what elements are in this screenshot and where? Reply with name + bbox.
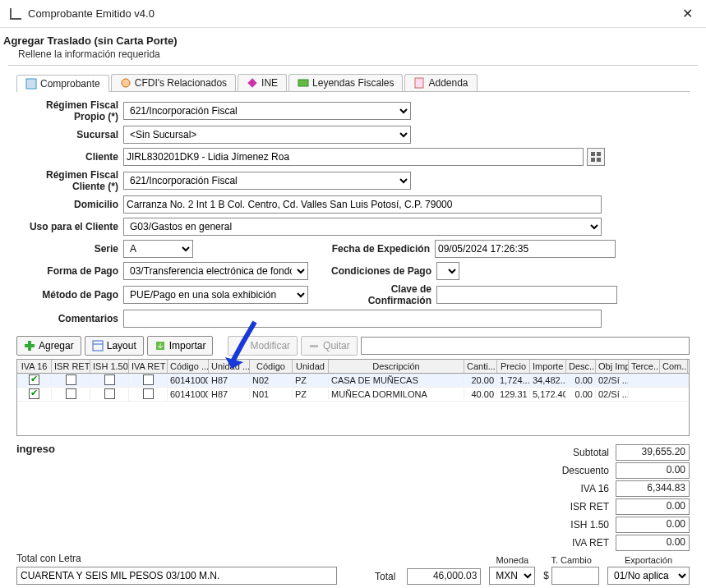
serie-select[interactable]: A	[123, 240, 193, 258]
grid-filter-input[interactable]	[361, 337, 690, 355]
moneda-label: Moneda	[489, 555, 535, 565]
comentarios-label: Comentarios	[16, 313, 123, 324]
metodo-select[interactable]: PUE/Pago en una sola exhibición	[123, 286, 308, 304]
comentarios-input[interactable]	[123, 310, 602, 328]
table-row[interactable]: 60141000H87N01PZMUÑECA DORMILONA40.00129…	[17, 388, 689, 402]
iva16-value: 6,344.83	[616, 480, 690, 497]
tab-comprobante[interactable]: Comprobante	[16, 75, 109, 92]
link-icon	[120, 77, 132, 89]
col-importe[interactable]: Importe	[530, 360, 566, 373]
svg-rect-11	[93, 341, 103, 351]
svg-rect-10	[25, 344, 35, 347]
domicilio-label: Domicilio	[16, 199, 123, 210]
quitar-button: Quitar	[301, 336, 358, 356]
subtotal-label: Subtotal	[533, 447, 616, 458]
col-desc[interactable]: Descripción	[329, 360, 464, 373]
ingreso-label: ingreso	[16, 443, 533, 455]
regimen-propio-select[interactable]: 621/Incorporación Fiscal	[123, 102, 411, 120]
svg-point-1	[122, 79, 130, 87]
isrret-value: 0.00	[616, 498, 690, 515]
table-row[interactable]: 60141000H87N02PZCASA DE MUÑECAS20.001,72…	[17, 374, 689, 388]
form-icon	[25, 78, 37, 90]
subtotal-value: 39,655.20	[616, 444, 690, 461]
forma-label: Forma de Pago	[16, 265, 123, 277]
layout-icon	[92, 340, 104, 351]
col-terc[interactable]: Terce...	[629, 360, 660, 373]
tab-addenda[interactable]: Addenda	[404, 74, 477, 91]
svg-rect-6	[597, 152, 601, 156]
regimen-propio-label: Régimen Fiscal Propio (*)	[16, 99, 123, 122]
col-objimp[interactable]: Obj Imp	[596, 360, 629, 373]
totalletra-input[interactable]	[16, 567, 337, 585]
uso-select[interactable]: G03/Gastos en general	[123, 218, 602, 236]
descuento-label: Descuento	[533, 465, 616, 476]
agregar-button[interactable]: Agregar	[16, 336, 81, 356]
svg-rect-7	[591, 158, 595, 162]
fecha-label: Fecha de Expedición	[215, 243, 435, 255]
cond-label: Condiciones de Pago	[330, 265, 436, 277]
svg-rect-8	[597, 158, 601, 162]
tab-cfdis[interactable]: CFDI's Relacionados	[111, 74, 236, 91]
tab-bar: Comprobante CFDI's Relacionados INE Leye…	[0, 66, 706, 91]
regimen-cliente-select[interactable]: 621/Incorporación Fiscal	[123, 172, 411, 190]
tab-ine[interactable]: INE	[238, 74, 287, 91]
fecha-input[interactable]	[435, 240, 616, 258]
cliente-input[interactable]	[123, 148, 584, 166]
page-hint: Rellene la información requerida	[0, 48, 706, 65]
export-select[interactable]: 01/No aplica	[607, 567, 690, 585]
importar-button[interactable]: Importar	[147, 336, 214, 356]
ish-label: ISH 1.50	[533, 519, 616, 531]
col-ish[interactable]: ISH 1.50	[90, 360, 129, 373]
svg-rect-14	[310, 345, 318, 347]
layout-button[interactable]: Layout	[85, 336, 144, 356]
close-icon[interactable]: ✕	[679, 6, 696, 21]
col-isrret[interactable]: ISR RET	[52, 360, 90, 373]
edit-icon	[235, 340, 247, 351]
col-com[interactable]: Com...	[660, 360, 688, 373]
svg-rect-2	[247, 78, 256, 87]
cond-select[interactable]	[436, 262, 459, 280]
ivaret-label: IVA RET	[533, 537, 616, 549]
col-codigo[interactable]: Código	[250, 360, 293, 373]
moneda-select[interactable]: MXN	[489, 567, 535, 585]
import-icon	[155, 340, 166, 351]
export-label: Exportación	[607, 555, 690, 565]
col-descu[interactable]: Desc...	[566, 360, 596, 373]
diamond-icon	[247, 77, 258, 89]
domicilio-input[interactable]	[123, 195, 602, 214]
app-icon	[10, 8, 21, 20]
total-label: Total	[361, 571, 402, 582]
iva16-label: IVA 16	[533, 483, 616, 494]
svg-rect-5	[591, 152, 595, 156]
col-codigosat[interactable]: Código ...	[168, 360, 209, 373]
col-precio[interactable]: Precio	[497, 360, 530, 373]
tab-leyendas[interactable]: Leyendas Fiscales	[288, 74, 403, 91]
clave-label: Clave de Confirmación	[330, 283, 436, 306]
ivaret-value: 0.00	[616, 535, 690, 551]
tcambio-prefix: $	[543, 570, 549, 581]
col-unidad[interactable]: Unidad	[293, 360, 329, 373]
uso-label: Uso para el Cliente	[16, 221, 123, 232]
descuento-value: 0.00	[616, 462, 690, 479]
tcambio-input[interactable]	[551, 567, 599, 585]
col-unidadsat[interactable]: Unidad ...	[209, 360, 250, 373]
tag-icon	[298, 77, 309, 89]
col-ivaret[interactable]: IVA RET	[129, 360, 168, 373]
totalletra-label: Total con Letra	[16, 553, 337, 564]
col-iva16[interactable]: IVA 16	[17, 360, 52, 373]
cliente-lookup-button[interactable]	[587, 148, 605, 166]
items-grid: IVA 16 ISR RET ISH 1.50 IVA RET Código .…	[16, 359, 690, 436]
total-value: 46,000.03	[407, 568, 481, 585]
svg-rect-4	[415, 78, 423, 88]
tcambio-label: T. Cambio	[543, 555, 599, 565]
sucursal-select[interactable]: <Sin Sucursal>	[123, 126, 411, 144]
window-title: Comprobante Emitido v4.0	[28, 7, 679, 20]
col-cant[interactable]: Canti...	[464, 360, 497, 373]
doc-icon	[413, 77, 425, 89]
clave-input[interactable]	[436, 286, 617, 304]
sucursal-label: Sucursal	[16, 129, 123, 140]
forma-select[interactable]: 03/Transferencia electrónica de fondos	[123, 262, 308, 280]
grid-icon	[591, 152, 601, 162]
remove-icon	[308, 340, 320, 351]
cliente-label: Cliente	[16, 151, 123, 163]
